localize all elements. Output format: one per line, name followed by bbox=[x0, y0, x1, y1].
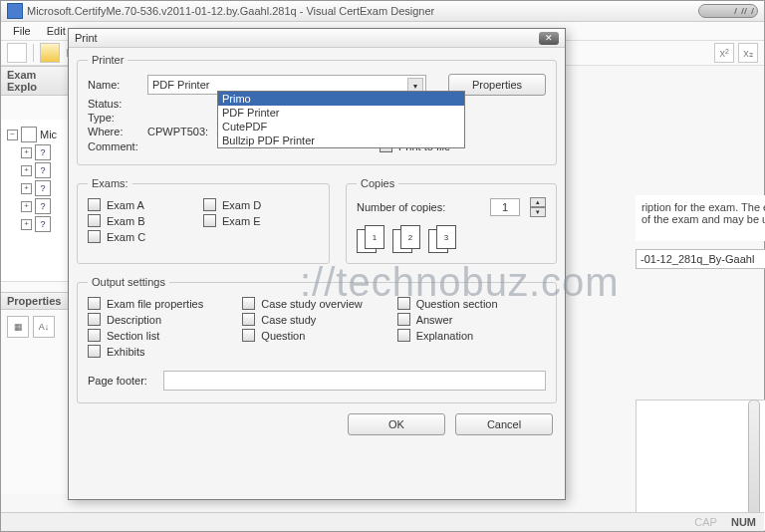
chevron-up-icon[interactable]: ▴ bbox=[530, 197, 546, 207]
plus-icon[interactable]: + bbox=[21, 147, 32, 158]
output-checkbox[interactable] bbox=[88, 297, 101, 310]
plus-icon[interactable]: + bbox=[21, 201, 32, 212]
tree-item[interactable]: +? bbox=[7, 143, 63, 161]
where-value: CPWPT503: bbox=[147, 126, 208, 137]
desc-line2: of the exam and may be used for bbox=[641, 213, 765, 225]
output-label: Question section bbox=[416, 298, 498, 310]
question-icon: ? bbox=[35, 216, 51, 232]
exam-label: Exam A bbox=[107, 199, 144, 211]
footer-label: Page footer: bbox=[88, 375, 157, 387]
printer-option[interactable]: Primo bbox=[218, 92, 464, 106]
output-checkbox[interactable] bbox=[242, 313, 255, 326]
printer-select-value: PDF Printer bbox=[152, 79, 209, 91]
exam-tree: − Mic +? +? +? +? +? bbox=[1, 120, 69, 282]
collapse-button[interactable]: x₂ bbox=[738, 43, 758, 63]
titlebar: Microsoft.CertifyMe.70-536.v2011-01-12.b… bbox=[1, 1, 764, 22]
exam-checkbox[interactable] bbox=[88, 214, 101, 227]
print-dialog: Print ✕ Printer Name: PDF Printer ▾ Prop… bbox=[68, 28, 566, 500]
window-title: Microsoft.CertifyMe.70-536.v2011-01-12.b… bbox=[27, 5, 698, 17]
exam-checkbox[interactable] bbox=[203, 198, 216, 211]
type-label: Type: bbox=[88, 112, 141, 124]
output-checkbox[interactable] bbox=[397, 297, 410, 310]
expand-button[interactable]: x² bbox=[714, 43, 734, 63]
tree-root[interactable]: − Mic bbox=[7, 126, 63, 143]
exam-label: Exam B bbox=[107, 215, 145, 227]
copies-spinner[interactable]: ▴▾ bbox=[530, 197, 546, 217]
tree-item[interactable]: +? bbox=[7, 197, 63, 215]
window-controls[interactable] bbox=[698, 4, 758, 18]
question-icon: ? bbox=[35, 144, 51, 160]
exam-checkbox[interactable] bbox=[88, 230, 101, 243]
output-label: Description bbox=[107, 314, 161, 326]
collate-preview: 11 22 33 bbox=[357, 225, 546, 253]
comment-label: Comment: bbox=[88, 140, 141, 152]
close-icon[interactable]: ✕ bbox=[539, 32, 559, 45]
prop-categorize-button[interactable]: ▦ bbox=[7, 316, 29, 338]
menu-file[interactable]: File bbox=[5, 25, 39, 37]
output-checkbox[interactable] bbox=[88, 345, 101, 358]
printer-option[interactable]: CutePDF bbox=[218, 120, 464, 133]
printer-option[interactable]: Bullzip PDF Printer bbox=[218, 133, 464, 147]
app-icon bbox=[7, 3, 23, 19]
output-label: Explanation bbox=[416, 330, 474, 342]
copies-legend: Copies bbox=[357, 177, 398, 189]
minus-icon[interactable]: − bbox=[7, 130, 18, 140]
printer-option[interactable]: PDF Printer bbox=[218, 106, 464, 120]
properties-toolbar: ▦ A↓ bbox=[1, 310, 69, 344]
explorer-header: Exam Explo bbox=[1, 66, 69, 96]
output-checkbox[interactable] bbox=[397, 313, 410, 326]
printer-dropdown[interactable]: Primo PDF Printer CutePDF Bullzip PDF Pr… bbox=[217, 91, 465, 148]
statusbar: CAP NUM bbox=[1, 512, 764, 531]
separator bbox=[33, 44, 34, 62]
exam-label: Exam D bbox=[222, 199, 261, 211]
output-checkbox[interactable] bbox=[397, 329, 410, 342]
output-label: Question bbox=[261, 330, 305, 342]
output-label: Exhibits bbox=[107, 346, 145, 358]
copies-input[interactable]: 1 bbox=[490, 198, 520, 216]
output-checkbox[interactable] bbox=[242, 329, 255, 342]
name-label: Name: bbox=[88, 79, 141, 91]
exam-checkbox[interactable] bbox=[88, 198, 101, 211]
printer-legend: Printer bbox=[88, 54, 128, 66]
chevron-down-icon[interactable]: ▾ bbox=[530, 207, 546, 217]
page-footer-input[interactable] bbox=[163, 371, 546, 391]
plus-icon[interactable]: + bbox=[21, 183, 32, 194]
dialog-titlebar: Print ✕ bbox=[69, 29, 565, 48]
exam-label: Exam E bbox=[222, 215, 261, 227]
output-label: Answer bbox=[416, 314, 453, 326]
output-checkbox[interactable] bbox=[242, 297, 255, 310]
prop-sort-button[interactable]: A↓ bbox=[33, 316, 55, 338]
exams-legend: Exams: bbox=[88, 177, 132, 189]
tree-item[interactable]: +? bbox=[7, 161, 63, 179]
description-fragment: ription for the exam. The exam of the ex… bbox=[636, 195, 765, 269]
explorer-tool-2[interactable] bbox=[25, 100, 41, 116]
tree-root-label: Mic bbox=[40, 129, 57, 140]
status-num: NUM bbox=[731, 516, 756, 528]
exam-checkbox[interactable] bbox=[203, 214, 216, 227]
plus-icon[interactable]: + bbox=[21, 165, 32, 176]
new-button[interactable] bbox=[7, 43, 27, 63]
output-group: Output settings Exam file properties Des… bbox=[77, 276, 557, 403]
exam-icon bbox=[21, 127, 37, 142]
question-icon: ? bbox=[35, 180, 51, 196]
plus-icon[interactable]: + bbox=[21, 219, 32, 230]
tree-item[interactable]: +? bbox=[7, 215, 63, 233]
ok-button[interactable]: OK bbox=[348, 413, 445, 435]
cancel-button[interactable]: Cancel bbox=[455, 413, 553, 435]
output-label: Exam file properties bbox=[107, 298, 203, 310]
dialog-title: Print bbox=[75, 32, 539, 44]
output-legend: Output settings bbox=[88, 276, 169, 288]
output-checkbox[interactable] bbox=[88, 329, 101, 342]
open-folder-button[interactable] bbox=[40, 43, 60, 63]
output-label: Case study overview bbox=[261, 298, 363, 310]
exam-name-field[interactable]: -01-12_281q_By-Gaahl bbox=[636, 249, 765, 269]
output-checkbox[interactable] bbox=[88, 313, 101, 326]
desc-line1: ription for the exam. The exam bbox=[641, 201, 765, 213]
question-icon: ? bbox=[35, 162, 51, 178]
where-label: Where: bbox=[88, 126, 141, 137]
tree-item[interactable]: +? bbox=[7, 179, 63, 197]
explorer-tool-1[interactable] bbox=[5, 100, 21, 116]
question-icon: ? bbox=[35, 198, 51, 214]
properties-header: Properties bbox=[1, 292, 69, 310]
exams-group: Exams: Exam A Exam B Exam C Exam D Exam … bbox=[77, 177, 330, 264]
